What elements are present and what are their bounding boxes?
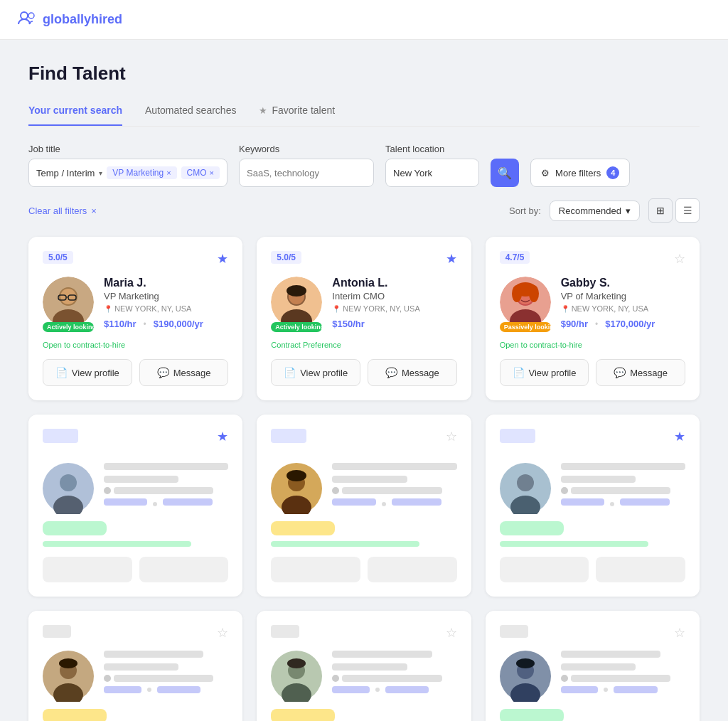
tab-automated-searches[interactable]: Automated searches [145, 99, 236, 126]
blur-score-6 [500, 429, 535, 443]
favorite-star-7[interactable]: ☆ [217, 625, 228, 641]
score-badge-2: 5.0/5 [271, 251, 301, 264]
avatar-1 [43, 277, 94, 328]
candidate-card-2: 5.0/5 ★ Actively looking [257, 237, 471, 400]
keywords-filter: Keywords [239, 144, 374, 187]
header: globallyhired [0, 0, 728, 40]
sort-select[interactable]: Recommended ▾ [550, 201, 640, 221]
candidate-card-4: ★ [28, 415, 242, 597]
blur-name-4 [104, 463, 228, 470]
tab-favorite-talent[interactable]: ★ Favorite talent [259, 99, 335, 126]
candidate-info-1: Maria J. VP Marketing 📍 NEW YORK, NY, US… [104, 277, 228, 329]
tag-cmo[interactable]: CMO × [181, 166, 220, 179]
favorite-star-4[interactable]: ★ [217, 429, 228, 444]
favorite-star-6[interactable]: ★ [674, 429, 685, 444]
card-note-1: Open to contract-to-hire [43, 341, 228, 349]
profile-icon-2: 📄 [284, 367, 296, 378]
avatar-wrap-3: Passively looking [500, 277, 551, 331]
candidate-card-1: 5.0/5 ★ [28, 237, 242, 400]
remove-tag-vp-marketing[interactable]: × [166, 169, 171, 177]
message-button-2[interactable]: 💬 Message [368, 359, 457, 386]
keywords-label: Keywords [239, 144, 374, 154]
avatar-6 [500, 463, 551, 514]
message-icon-3: 💬 [614, 367, 626, 378]
blur-status-5 [271, 521, 335, 535]
view-profile-button-1[interactable]: 📄 View profile [43, 359, 132, 386]
job-title-input[interactable]: Temp / Interim ▾ VP Marketing × CMO × [28, 159, 228, 187]
list-view-button[interactable]: ☰ [675, 198, 700, 223]
message-button-1[interactable]: 💬 Message [139, 359, 229, 386]
hourly-rate-2: $150/hr [332, 319, 365, 329]
favorite-star-1[interactable]: ★ [217, 251, 228, 267]
location-input-wrap [385, 159, 479, 187]
avatar-wrap-2: Actively looking [271, 277, 322, 331]
candidate-name-3: Gabby S. [561, 277, 685, 289]
svg-point-29 [517, 474, 534, 491]
candidate-card-5: ☆ [257, 415, 471, 597]
message-icon-1: 💬 [157, 367, 169, 378]
candidate-name-2: Antonia L. [332, 277, 456, 289]
blur-msg-4 [139, 557, 229, 582]
blur-score-4 [43, 429, 78, 443]
location-label: Talent location [385, 144, 479, 154]
card-actions-2: 📄 View profile 💬 Message [271, 359, 456, 386]
avatar-8 [271, 651, 322, 702]
tabs: Your current search Automated searches ★… [28, 99, 700, 127]
grid-view-button[interactable]: ⊞ [648, 198, 673, 223]
favorite-star-9[interactable]: ☆ [674, 625, 685, 641]
favorite-star-3[interactable]: ☆ [674, 251, 685, 267]
tag-vp-marketing[interactable]: VP Marketing × [107, 166, 176, 179]
location-input[interactable] [393, 168, 471, 178]
app-wrapper: globallyhired Find Talent Your current s… [0, 0, 728, 721]
blur-score-5 [271, 429, 306, 443]
favorite-star-8[interactable]: ☆ [446, 625, 457, 641]
card-top-1: 5.0/5 ★ [43, 251, 228, 267]
blur-view-5 [271, 557, 360, 582]
candidate-card-3: 4.7/5 ☆ [486, 237, 700, 400]
card-profile-1: Actively looking Maria J. VP Marketing 📍… [43, 277, 228, 331]
candidate-location-1: 📍 NEW YORK, NY, USA [104, 304, 228, 313]
location-pin-icon-1: 📍 [104, 305, 112, 313]
svg-point-22 [60, 474, 77, 491]
avatar-wrap-1: Actively looking [43, 277, 94, 331]
location-filter: Talent location [385, 144, 479, 187]
avatar-3 [500, 277, 551, 328]
more-filters-button[interactable]: ⚙ More filters 4 [530, 159, 630, 187]
blur-view-4 [43, 557, 132, 582]
blur-view-6 [500, 557, 589, 582]
svg-point-38 [287, 658, 306, 668]
blur-status-9 [500, 709, 564, 721]
card-top-2: 5.0/5 ★ [271, 251, 456, 267]
tab-current-search[interactable]: Your current search [28, 99, 122, 126]
candidate-title-1: VP Marketing [104, 291, 228, 301]
avatar-7 [43, 651, 94, 702]
candidate-card-7: ☆ [28, 611, 242, 721]
main-content: Find Talent Your current search Automate… [0, 40, 728, 721]
view-profile-button-2[interactable]: 📄 View profile [271, 359, 360, 386]
blur-loc-5 [342, 487, 441, 494]
sort-dropdown-arrow-icon: ▾ [626, 205, 631, 216]
blur-title-4 [104, 476, 178, 483]
blur-status-8 [271, 709, 335, 721]
card-note-2: Contract Preference [271, 341, 456, 349]
candidate-location-3: 📍 NEW YORK, NY, USA [561, 304, 685, 313]
status-badge-1: Actively looking [43, 322, 94, 332]
candidate-card-9: ☆ [486, 611, 700, 721]
job-title-label: Job title [28, 144, 228, 154]
keywords-input[interactable] [247, 168, 366, 178]
clear-filters-button[interactable]: Clear all filters × [28, 205, 97, 216]
search-button[interactable]: 🔍 [491, 159, 519, 187]
candidate-card-8: ☆ [257, 611, 471, 721]
blur-loc-4 [114, 487, 213, 494]
favorite-star-5[interactable]: ☆ [446, 429, 457, 444]
remove-tag-cmo[interactable]: × [210, 169, 214, 177]
annual-rate-1: $190,000/yr [154, 319, 203, 329]
svg-point-42 [516, 658, 535, 668]
favorite-star-2[interactable]: ★ [446, 251, 457, 267]
blur-status-4 [43, 521, 107, 535]
view-profile-button-3[interactable]: 📄 View profile [500, 359, 589, 386]
clear-icon: × [91, 205, 97, 216]
job-title-dropdown[interactable]: Temp / Interim ▾ [36, 168, 102, 178]
message-button-3[interactable]: 💬 Message [596, 359, 685, 386]
blur-loc-6 [571, 487, 670, 494]
